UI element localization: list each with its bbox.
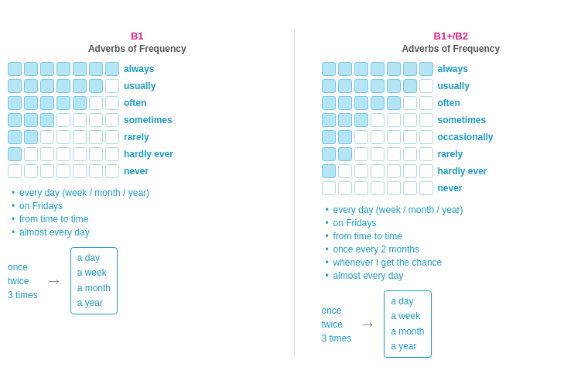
arrow-left-item: 3 times: [8, 288, 38, 302]
filled-square: [338, 62, 352, 76]
filled-square: [322, 96, 336, 110]
empty-square: [403, 147, 417, 161]
arrow-left-item: once: [322, 304, 352, 318]
empty-square: [419, 147, 433, 161]
row-squares: [8, 164, 119, 178]
filled-square: [89, 62, 103, 76]
empty-square: [56, 164, 70, 178]
filled-square: [419, 62, 433, 76]
filled-square: [8, 62, 22, 76]
empty-square: [56, 130, 70, 144]
bullet-item: every day (week / month / year): [326, 204, 581, 215]
filled-square: [73, 62, 87, 76]
filled-square: [322, 130, 336, 144]
filled-square: [8, 130, 22, 144]
filled-square: [403, 79, 417, 93]
filled-square: [73, 79, 87, 93]
empty-square: [73, 164, 87, 178]
empty-square: [354, 130, 368, 144]
row-label: occasionally: [438, 132, 494, 142]
filled-square: [8, 96, 22, 110]
panel-subtitle: Adverbs of Frequency: [8, 43, 267, 54]
empty-square: [56, 113, 70, 127]
row-label: often: [124, 98, 146, 108]
empty-square: [338, 164, 352, 178]
filled-square: [354, 113, 368, 127]
row-label: always: [124, 64, 154, 74]
main-container: B1Adverbs of Frequencyalwaysusuallyoften…: [8, 30, 580, 358]
filled-square: [338, 130, 352, 144]
row-squares: [322, 181, 433, 195]
bullet-item: almost every day: [326, 270, 581, 281]
grid-row: rarely: [8, 130, 267, 144]
arrow-box-item: a year: [77, 297, 103, 308]
filled-square: [40, 62, 54, 76]
grid-row: sometimes: [8, 113, 267, 127]
empty-square: [73, 130, 87, 144]
empty-square: [387, 181, 401, 195]
arrow-section: oncetwice3 times→a daya weeka montha yea…: [322, 290, 581, 358]
filled-square: [387, 96, 401, 110]
filled-square: [8, 147, 22, 161]
row-label: hardly ever: [124, 149, 173, 160]
empty-square: [419, 181, 433, 195]
empty-square: [322, 181, 336, 195]
filled-square: [56, 96, 70, 110]
arrow-box-item: a month: [391, 326, 424, 337]
arrow-left-column: oncetwice3 times: [322, 304, 352, 345]
empty-square: [105, 147, 119, 161]
grid-row: never: [8, 164, 267, 178]
row-label: never: [438, 183, 463, 194]
filled-square: [322, 79, 336, 93]
empty-square: [403, 164, 417, 178]
empty-square: [40, 130, 54, 144]
filled-square: [24, 79, 38, 93]
row-label: sometimes: [124, 115, 173, 125]
filled-square: [322, 62, 336, 76]
empty-square: [24, 147, 38, 161]
grid-row: often: [8, 96, 267, 110]
row-squares: [322, 79, 433, 93]
panel-0: B1Adverbs of Frequencyalwaysusuallyoften…: [8, 30, 267, 358]
filled-square: [322, 113, 336, 127]
arrow-box-item: a month: [77, 283, 111, 294]
arrow-left-item: once: [8, 260, 38, 274]
filled-square: [40, 96, 54, 110]
panel-subtitle: Adverbs of Frequency: [322, 43, 581, 54]
filled-square: [371, 62, 385, 76]
empty-square: [387, 113, 401, 127]
grid-row: usually: [322, 79, 581, 93]
filled-square: [40, 113, 54, 127]
empty-square: [419, 113, 433, 127]
empty-square: [354, 147, 368, 161]
filled-square: [24, 113, 38, 127]
empty-square: [338, 181, 352, 195]
filled-square: [387, 79, 401, 93]
empty-square: [403, 113, 417, 127]
filled-square: [403, 62, 417, 76]
grid-row: hardly ever: [322, 164, 581, 178]
grid-row: usually: [8, 79, 267, 93]
filled-square: [354, 62, 368, 76]
empty-square: [371, 181, 385, 195]
bullet-list: every day (week / month / year)on Friday…: [8, 187, 267, 238]
row-label: usually: [124, 81, 156, 91]
bullet-item: from time to time: [326, 231, 581, 242]
row-label: sometimes: [438, 115, 487, 125]
panel-title: B1: [8, 30, 267, 42]
filled-square: [8, 79, 22, 93]
empty-square: [403, 96, 417, 110]
row-squares: [322, 113, 433, 127]
empty-square: [89, 164, 103, 178]
empty-square: [419, 164, 433, 178]
empty-square: [403, 181, 417, 195]
bullet-list: every day (week / month / year)on Friday…: [322, 204, 581, 281]
frequency-grid: alwaysusuallyoftensometimesoccasionallyr…: [322, 62, 581, 195]
row-label: always: [438, 64, 468, 74]
empty-square: [403, 130, 417, 144]
row-label: hardly ever: [438, 166, 487, 177]
grid-row: never: [322, 181, 581, 195]
filled-square: [105, 62, 119, 76]
filled-square: [24, 96, 38, 110]
filled-square: [89, 79, 103, 93]
